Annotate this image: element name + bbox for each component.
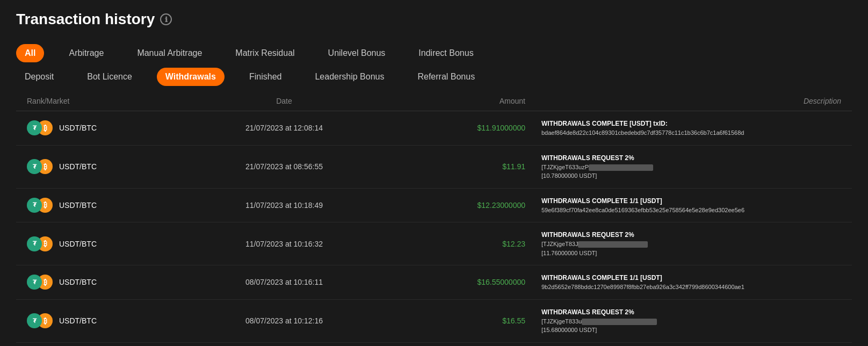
- tether-icon: ₮: [27, 313, 42, 328]
- market-name: USDT/BTC: [59, 124, 97, 132]
- desc-cell: WITHDRAWALS REQUEST 2%[TJZKjgeT633uzP███…: [541, 153, 841, 181]
- market-name: USDT/BTC: [59, 162, 97, 171]
- amount-cell: $12.23: [434, 240, 541, 248]
- col-amount: Amount: [434, 97, 541, 105]
- filter-tab-unilevel-bonus[interactable]: Unilevel Bonus: [320, 44, 394, 62]
- amount-cell: $11.91000000: [434, 124, 541, 132]
- filter-tab-referral-bonus[interactable]: Referral Bonus: [409, 68, 483, 86]
- filter-tab-withdrawals[interactable]: Withdrawals: [157, 68, 225, 86]
- market-icons: ₮₿: [27, 313, 53, 328]
- desc-extra: [15.68000000 USDT]: [541, 326, 841, 335]
- desc-title: WITHDRAWALS COMPLETE [USDT] txID:: [541, 119, 841, 128]
- col-date: Date: [134, 97, 434, 105]
- amount-cell: $11.91: [434, 162, 541, 171]
- title-text: Transaction history: [16, 11, 155, 28]
- desc-extra: [11.76000000 USDT]: [541, 249, 841, 258]
- market-cell: ₮₿USDT/BTC: [27, 198, 134, 213]
- market-cell: ₮₿USDT/BTC: [27, 313, 134, 328]
- desc-cell: WITHDRAWALS REQUEST 2%[TJZKjgeT83J██████…: [541, 230, 841, 257]
- desc-body: [TJZKjgeT633uzP█████████████████: [541, 163, 841, 172]
- table-row: ₮₿USDT/BTC08/07/2023 at 10:16:11$16.5500…: [16, 265, 852, 300]
- filter-tab-leadership-bonus[interactable]: Leadership Bonus: [306, 68, 393, 86]
- date-cell: 08/07/2023 at 10:16:11: [134, 278, 434, 286]
- date-cell: 11/07/2023 at 10:16:32: [134, 240, 434, 248]
- desc-title: WITHDRAWALS REQUEST 2%: [541, 153, 841, 163]
- market-name: USDT/BTC: [59, 240, 97, 248]
- redacted-text: █████████████████: [589, 164, 653, 171]
- market-icons: ₮₿: [27, 159, 53, 174]
- date-cell: 21/07/2023 at 08:56:55: [134, 162, 434, 171]
- tether-icon: ₮: [27, 236, 42, 251]
- desc-body: [TJZKjgeT83J█████████████████: [541, 240, 841, 249]
- desc-title: WITHDRAWALS REQUEST 2%: [541, 307, 841, 317]
- tether-icon: ₮: [27, 159, 42, 174]
- filter-tab-indirect-bonus[interactable]: Indirect Bonus: [410, 44, 482, 62]
- desc-body: 9b2d5652e788bddc1270e89987f8fbb27eba926a…: [541, 283, 841, 292]
- amount-cell: $12.23000000: [434, 201, 541, 210]
- tether-icon: ₮: [27, 198, 42, 213]
- col-rank: Rank/Market: [27, 97, 134, 105]
- desc-extra: [10.78000000 USDT]: [541, 171, 841, 181]
- date-cell: 21/07/2023 at 12:08:14: [134, 124, 434, 132]
- desc-title: WITHDRAWALS REQUEST 2%: [541, 230, 841, 240]
- table-row: ₮₿USDT/BTC21/07/2023 at 08:56:55$11.91WI…: [16, 146, 852, 189]
- date-cell: 08/07/2023 at 10:12:16: [134, 316, 434, 325]
- table-row: ₮₿USDT/BTC21/07/2023 at 12:08:14$11.9100…: [16, 111, 852, 146]
- filter-tab-bot-licence[interactable]: Bot Licence: [78, 68, 141, 86]
- filter-tab-deposit[interactable]: Deposit: [16, 68, 62, 86]
- desc-cell: WITHDRAWALS COMPLETE [USDT] txID:bdaef86…: [541, 119, 841, 138]
- market-cell: ₮₿USDT/BTC: [27, 236, 134, 251]
- desc-title: WITHDRAWALS COMPLETE 1/1 [USDT]: [541, 273, 841, 283]
- amount-cell: $16.55000000: [434, 278, 541, 286]
- table-container: Rank/Market Date Amount Description ₮₿US…: [16, 91, 852, 343]
- amount-cell: $16.55: [434, 316, 541, 325]
- market-icons: ₮₿: [27, 198, 53, 213]
- desc-body: bdaef864de8d22c104c89301cbedebd9c7df3577…: [541, 128, 841, 138]
- main-container: Transaction history ℹ AllArbitrageManual…: [0, 0, 868, 346]
- info-icon[interactable]: ℹ: [160, 13, 172, 25]
- filter-row-1: AllArbitrageManual ArbitrageMatrix Resid…: [16, 44, 852, 62]
- filter-tab-matrix-residual[interactable]: Matrix Residual: [227, 44, 303, 62]
- filter-tab-manual-arbitrage[interactable]: Manual Arbitrage: [128, 44, 211, 62]
- col-desc: Description: [541, 97, 841, 105]
- date-cell: 11/07/2023 at 10:18:49: [134, 201, 434, 210]
- filter-row-2: DepositBot LicenceWithdrawalsFinishedLea…: [16, 68, 852, 86]
- table-row: ₮₿USDT/BTC11/07/2023 at 10:16:32$12.23WI…: [16, 222, 852, 265]
- market-name: USDT/BTC: [59, 201, 97, 210]
- filter-tab-finished[interactable]: Finished: [241, 68, 290, 86]
- desc-title: WITHDRAWALS COMPLETE 1/1 [USDT]: [541, 196, 841, 206]
- table-header: Rank/Market Date Amount Description: [16, 91, 852, 111]
- market-cell: ₮₿USDT/BTC: [27, 120, 134, 135]
- market-cell: ₮₿USDT/BTC: [27, 275, 134, 290]
- scrollbar-area: [16, 343, 852, 347]
- table-row: ₮₿USDT/BTC08/07/2023 at 10:12:16$16.55WI…: [16, 300, 852, 343]
- redacted-text: █████████████████: [582, 319, 657, 325]
- desc-body: [TJZKjgeT833u█████████████████: [541, 317, 841, 326]
- redacted-text: █████████████████: [578, 241, 648, 248]
- table-row: ₮₿USDT/BTC11/07/2023 at 10:18:49$12.2300…: [16, 189, 852, 223]
- desc-body: 59e6f389cf70fa42ee8ca0de5169363efbb53e25…: [541, 206, 841, 215]
- desc-cell: WITHDRAWALS COMPLETE 1/1 [USDT]9b2d5652e…: [541, 273, 841, 292]
- market-name: USDT/BTC: [59, 316, 97, 325]
- market-icons: ₮₿: [27, 120, 53, 135]
- market-icons: ₮₿: [27, 236, 53, 251]
- market-icons: ₮₿: [27, 275, 53, 290]
- filter-tab-all[interactable]: All: [16, 44, 44, 62]
- desc-cell: WITHDRAWALS REQUEST 2%[TJZKjgeT833u█████…: [541, 307, 841, 335]
- filter-tab-arbitrage[interactable]: Arbitrage: [60, 44, 112, 62]
- market-name: USDT/BTC: [59, 278, 97, 286]
- desc-cell: WITHDRAWALS COMPLETE 1/1 [USDT]59e6f389c…: [541, 196, 841, 215]
- market-cell: ₮₿USDT/BTC: [27, 159, 134, 174]
- table-body: ₮₿USDT/BTC21/07/2023 at 12:08:14$11.9100…: [16, 111, 852, 343]
- page-title: Transaction history ℹ: [16, 11, 852, 28]
